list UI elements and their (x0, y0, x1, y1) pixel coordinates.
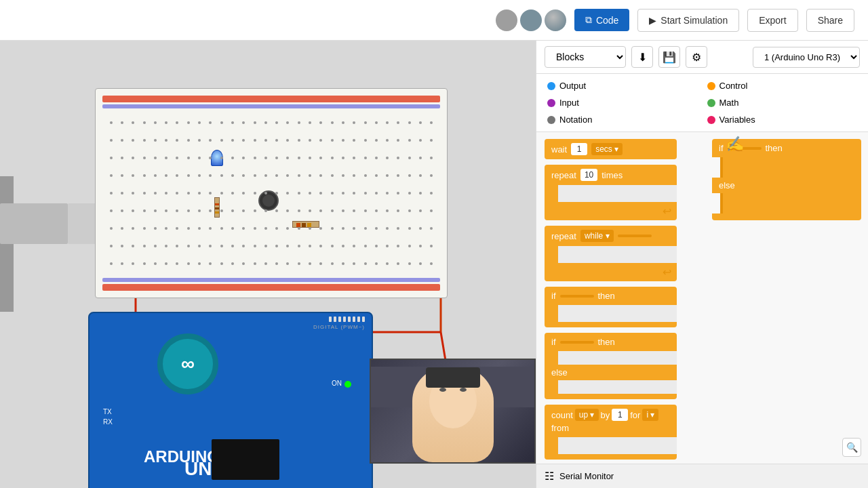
code-label: Code (596, 15, 618, 26)
topbar: ⧉ Code ▶ Start Simulation Export Share (0, 0, 868, 41)
serial-monitor-icon: ☷ (545, 470, 554, 483)
float-if-condition (728, 147, 762, 150)
notation-dot (547, 116, 555, 124)
float-if-label: if (719, 143, 724, 153)
simulate-label: Start Simulation (660, 15, 728, 26)
wait-label: wait (551, 144, 567, 155)
count-dir[interactable]: up ▾ (575, 409, 599, 421)
wait-block[interactable]: wait 1 secs ▾ (545, 139, 677, 159)
video-hat (426, 367, 480, 388)
blocks-area: wait 1 secs ▾ repeat 10 times (536, 132, 868, 464)
repeat-while-arrow: ↩ (663, 266, 671, 279)
circuit-area: ∞ ARDUINO UNO TX RX ON POWER ANALOG IN (0, 41, 536, 488)
repeat-value[interactable]: 10 (580, 169, 597, 181)
count-by-value[interactable]: 1 (612, 409, 628, 421)
if-label-2: if (551, 337, 556, 347)
if-then-block[interactable]: if then (545, 287, 677, 327)
zoom-button[interactable]: 🔍 (842, 438, 861, 457)
notation-label: Notation (559, 115, 592, 125)
avatar-2 (520, 9, 542, 31)
blocks-dropdown[interactable]: Blocks (545, 46, 626, 68)
cat-input[interactable]: Input (545, 96, 701, 109)
blocks-toolbar: Blocks ⬇ 💾 ⚙ 1 (Arduino Uno R3) (536, 41, 868, 74)
float-then-label: then (766, 143, 783, 153)
count-for-var[interactable]: i ▾ (642, 409, 658, 421)
variables-label: Variables (719, 115, 755, 125)
breadboard (95, 88, 448, 298)
output-label: Output (559, 81, 586, 91)
control-label: Control (719, 81, 748, 91)
repeat-while-label: repeat (551, 231, 576, 241)
floating-if-else-block[interactable]: ✍ if then else (712, 139, 861, 220)
settings-button[interactable]: ⚙ (686, 46, 707, 68)
variables-dot (707, 116, 715, 124)
avatar-1 (496, 9, 517, 31)
wait-unit[interactable]: secs ▾ (591, 143, 623, 155)
left-panel (0, 176, 14, 312)
video-person (412, 367, 494, 462)
arduino-board: ∞ ARDUINO UNO TX RX ON POWER ANALOG IN (88, 312, 373, 488)
repeat-arrow: ↩ (663, 205, 671, 218)
share-label: Share (818, 15, 843, 26)
count-label: count (551, 410, 573, 420)
gray-item-1 (0, 203, 68, 244)
output-dot (547, 82, 555, 90)
avatar-3 (545, 9, 566, 31)
save-button[interactable]: 💾 (658, 46, 680, 68)
float-else-label: else (719, 180, 735, 190)
category-tags: Output Control Input Math Notation Varia… (536, 74, 868, 132)
if-condition-2 (560, 341, 594, 344)
avatar-group (496, 9, 566, 31)
from-label: from (551, 423, 569, 433)
blocks-left-column: wait 1 secs ▾ repeat 10 times (545, 139, 677, 460)
math-label: Math (719, 98, 739, 108)
serial-monitor-label[interactable]: Serial Monitor (559, 471, 614, 481)
cat-math[interactable]: Math (705, 96, 861, 109)
export-button[interactable]: Export (747, 9, 797, 32)
input-label: Input (559, 98, 579, 108)
repeat-while-block[interactable]: repeat while ▾ ↩ (545, 226, 677, 281)
repeat-while-dropdown[interactable]: while ▾ (580, 230, 614, 242)
control-dot (707, 82, 715, 90)
bottom-bar: ☷ Serial Monitor (536, 464, 868, 488)
device-dropdown[interactable]: 1 (Arduino Uno R3) (753, 47, 860, 68)
else-label: else (551, 367, 568, 378)
cat-variables[interactable]: Variables (705, 113, 861, 126)
input-dot (547, 99, 555, 107)
then-label-2: then (598, 337, 615, 347)
video-overlay (370, 359, 536, 464)
main-content: ∞ ARDUINO UNO TX RX ON POWER ANALOG IN (0, 41, 868, 488)
repeat-unit: times (601, 170, 623, 180)
repeat-label: repeat (551, 170, 576, 180)
if-label-1: if (551, 291, 556, 301)
repeat-times-block[interactable]: repeat 10 times ↩ (545, 165, 677, 220)
count-block[interactable]: count up ▾ by 1 for i ▾ from (545, 405, 677, 460)
download-button[interactable]: ⬇ (631, 46, 653, 68)
code-button[interactable]: ⧉ Code (574, 9, 629, 31)
cat-output[interactable]: Output (545, 79, 701, 92)
code-icon: ⧉ (585, 14, 592, 26)
cat-notation[interactable]: Notation (545, 113, 701, 126)
video-face (371, 360, 534, 462)
sidebar: Blocks ⬇ 💾 ⚙ 1 (Arduino Uno R3) Output C… (536, 41, 868, 488)
cat-control[interactable]: Control (705, 79, 861, 92)
if-condition-1 (560, 295, 594, 298)
repeat-while-condition (618, 235, 652, 237)
wait-value[interactable]: 1 (571, 143, 587, 155)
math-dot (707, 99, 715, 107)
export-label: Export (759, 15, 786, 26)
if-then-else-block[interactable]: if then else (545, 333, 677, 399)
simulate-button[interactable]: ▶ Start Simulation (637, 9, 739, 32)
by-label: by (601, 410, 610, 420)
simulate-icon: ▶ (649, 15, 656, 26)
for-label: for (630, 410, 640, 420)
then-label-1: then (598, 291, 615, 301)
share-button[interactable]: Share (806, 9, 854, 32)
